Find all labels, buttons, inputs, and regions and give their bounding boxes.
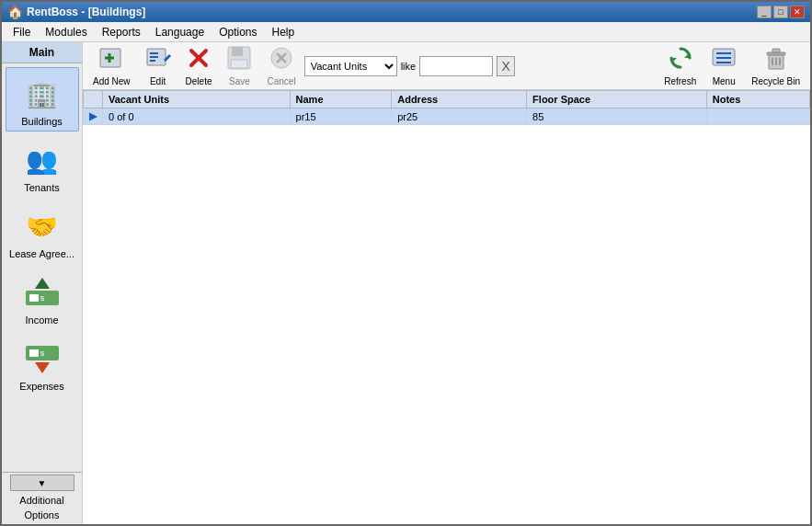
sidebar-bottom: ▼ Additional Options [2,472,82,524]
toolbar: Add New Edit [83,42,810,90]
filter-input[interactable] [419,56,493,76]
edit-icon [145,45,171,74]
sidebar-item-expenses-label: Expenses [19,381,63,392]
svg-rect-20 [231,60,247,68]
main-window: 🏠 RentBoss - [Buildings] _ □ ✕ File Modu… [0,0,812,526]
svg-rect-19 [232,47,243,56]
edit-label: Edit [150,76,166,86]
sidebar-item-tenants[interactable]: 👥 Tenants [6,133,79,198]
cancel-button[interactable]: Cancel [260,42,302,89]
sidebar-item-lease[interactable]: 🤝 Lease Agree... [6,200,79,264]
content-area: Add New Edit [83,42,810,524]
cell-notes [706,109,809,125]
refresh-icon [668,45,693,74]
recycle-bin-button[interactable]: Recycle Bin [745,42,806,89]
tenants-icon: 👥 [20,138,64,182]
menu-language[interactable]: Language [148,24,212,40]
sidebar-additional[interactable]: Additional [17,493,65,508]
menu-bar: File Modules Reports Language Options He… [2,22,810,42]
svg-rect-5 [29,349,39,357]
sidebar-main-label: Main [2,42,82,63]
add-new-label: Add New [93,76,131,86]
cancel-icon [269,45,294,74]
recycle-bin-label: Recycle Bin [751,76,800,86]
menu-file[interactable]: File [6,24,38,40]
window-controls: _ □ ✕ [757,6,805,18]
sidebar-item-income-label: Income [25,314,58,326]
menu-modules[interactable]: Modules [38,24,94,40]
refresh-button[interactable]: Refresh [658,42,703,89]
save-button[interactable]: Save [220,42,258,89]
income-icon: $ [20,270,64,314]
data-grid: Vacant Units Name Address Floor Space No… [83,90,810,125]
grid-area: Vacant Units Name Address Floor Space No… [83,90,810,524]
filter-dropdown[interactable]: Vacant Units All Units Occupied Units [304,56,397,76]
svg-rect-1 [29,294,39,302]
app-icon: 🏠 [7,5,23,19]
filter-operator-label: like [401,61,417,72]
menu-reports[interactable]: Reports [95,24,148,40]
row-arrow: ▶ [84,109,103,125]
expenses-icon: $ [20,337,64,381]
svg-marker-7 [35,362,50,373]
col-notes: Notes [706,91,809,109]
title-bar-left: 🏠 RentBoss - [Buildings] [7,5,145,19]
sidebar: Main 🏢 Buildings 👥 Tenants 🤝 Lease Agree… [2,42,83,524]
sidebar-scroll-down[interactable]: ▼ [10,475,74,491]
col-address: Address [392,91,527,109]
cell-address: pr25 [392,109,527,125]
col-vacant-units: Vacant Units [103,91,291,109]
cell-indicator: 0 of 0 [103,109,291,125]
edit-button[interactable]: Edit [139,42,177,89]
lease-icon: 🤝 [20,204,64,248]
minimize-button[interactable]: _ [757,6,772,18]
title-bar: 🏠 RentBoss - [Buildings] _ □ ✕ [2,2,810,22]
sidebar-item-buildings[interactable]: 🏢 Buildings [6,67,79,132]
filter-clear-button[interactable]: X [497,56,515,76]
sidebar-item-expenses[interactable]: $ Expenses [6,332,79,396]
sidebar-item-income[interactable]: $ Income [6,266,79,330]
save-icon [226,45,252,74]
menu-icon [711,45,737,74]
svg-marker-3 [35,278,50,289]
svg-rect-32 [772,49,780,52]
svg-text:$: $ [40,294,44,303]
filter-area: Vacant Units All Units Occupied Units li… [304,56,516,76]
delete-button[interactable]: Delete [179,42,219,89]
sidebar-options[interactable]: Options [23,508,62,522]
delete-label: Delete [186,76,212,86]
cell-floor-space: 85 [527,109,707,125]
menu-help[interactable]: Help [264,24,302,40]
close-button[interactable]: ✕ [790,6,805,18]
add-icon [98,45,124,74]
table-row[interactable]: ▶ 0 of 0 pr15 pr25 85 [84,109,810,125]
save-label: Save [229,76,250,86]
menu-button[interactable]: Menu [704,42,743,89]
sidebar-item-lease-label: Lease Agree... [9,248,74,259]
sidebar-items: 🏢 Buildings 👥 Tenants 🤝 Lease Agree... [2,63,82,472]
window-title: RentBoss - [Buildings] [27,6,145,18]
sidebar-item-buildings-label: Buildings [21,116,63,127]
col-name: Name [290,91,392,109]
menu-label: Menu [713,76,736,86]
col-floor-space: Floor Space [527,91,707,109]
main-layout: Main 🏢 Buildings 👥 Tenants 🤝 Lease Agree… [2,42,810,524]
sidebar-item-tenants-label: Tenants [24,182,60,193]
delete-icon [186,45,212,74]
menu-options[interactable]: Options [212,24,264,40]
maximize-button[interactable]: □ [773,6,788,18]
refresh-label: Refresh [664,76,696,86]
cancel-label: Cancel [267,76,295,86]
svg-text:$: $ [40,349,44,358]
recycle-bin-icon [763,45,789,74]
buildings-icon: 🏢 [20,72,64,116]
row-indicator-header [84,91,103,109]
add-new-button[interactable]: Add New [86,42,137,89]
cell-name: pr15 [290,109,392,125]
